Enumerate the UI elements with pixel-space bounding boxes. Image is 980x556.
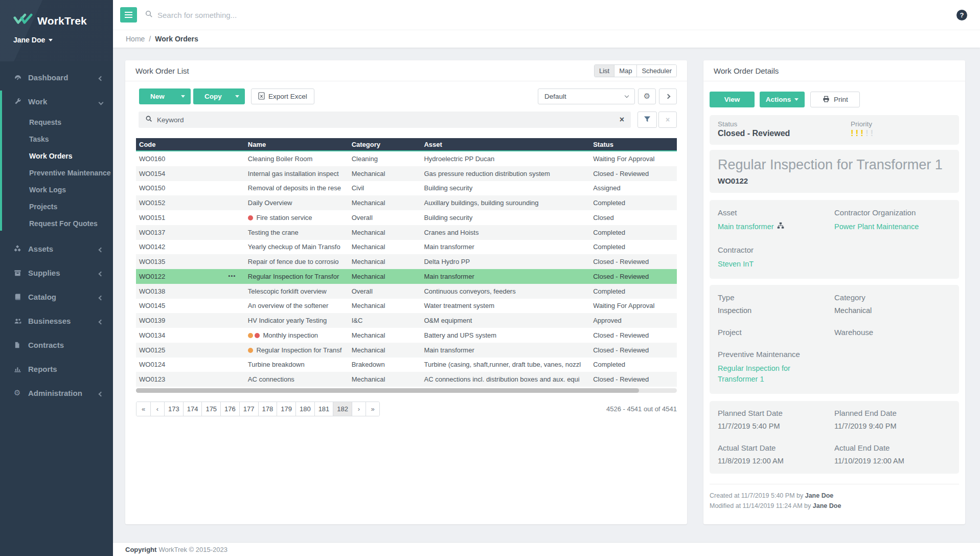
column-header-code[interactable]: Code bbox=[136, 141, 245, 148]
chevron-left-icon bbox=[99, 317, 103, 325]
clear-keyword-icon[interactable]: × bbox=[620, 116, 624, 124]
cell-status: Completed bbox=[590, 199, 677, 207]
table-row[interactable]: WO0134 Monthly inspectionMechanicalBatte… bbox=[136, 328, 677, 343]
sitemap-icon[interactable] bbox=[777, 221, 784, 232]
sidebar-item-dashboard[interactable]: Dashboard bbox=[0, 65, 113, 90]
sidebar-item-businesses[interactable]: Businesses bbox=[0, 309, 113, 333]
table-row[interactable]: WO0160Cleaning Boiler RoomCleaningHydroe… bbox=[136, 151, 677, 166]
footer: Copyright WorkTrek © 2015-2023 bbox=[113, 542, 980, 556]
contractor-link[interactable]: Steven InT bbox=[718, 259, 820, 270]
page-button[interactable]: 175 bbox=[201, 402, 220, 416]
pagination-prev[interactable]: ‹ bbox=[150, 402, 164, 416]
sidebar-item-catalog[interactable]: Catalog bbox=[0, 285, 113, 309]
table-row[interactable]: WO0125 Regular Inspection for TransfMech… bbox=[136, 343, 677, 358]
category-value: Mechanical bbox=[834, 306, 951, 315]
view-button[interactable]: View bbox=[710, 92, 755, 107]
sidebar-item-work-logs[interactable]: Work Logs bbox=[0, 181, 113, 198]
sidebar-item-contracts[interactable]: Contracts bbox=[0, 333, 113, 357]
page-button[interactable]: 179 bbox=[277, 402, 295, 416]
chevron-left-icon bbox=[99, 269, 103, 277]
cell-name: Internal gas installation inspect bbox=[245, 170, 349, 177]
help-icon[interactable]: ? bbox=[956, 10, 967, 20]
chevron-left-icon bbox=[99, 73, 103, 82]
chevron-left-icon bbox=[99, 244, 103, 253]
table-row[interactable]: WO0151 Fire station serviceOverallBuildi… bbox=[136, 210, 677, 225]
keyword-field[interactable]: × bbox=[139, 112, 631, 128]
cell-category: Mechanical bbox=[349, 273, 421, 280]
table-row[interactable]: WO0145An overview of the softenerMechani… bbox=[136, 299, 677, 314]
sidebar-item-administration[interactable]: ⚙Administration bbox=[0, 381, 113, 405]
pagination-next[interactable]: › bbox=[352, 402, 366, 416]
search-input[interactable] bbox=[157, 11, 956, 19]
table-row[interactable]: WO0150Removal of deposits in the reseCiv… bbox=[136, 181, 677, 196]
sidebar-item-tasks[interactable]: Tasks bbox=[0, 130, 113, 147]
table-row[interactable]: WO0137Testing the craneMechanicalCranes … bbox=[136, 225, 677, 240]
column-header-asset[interactable]: Asset bbox=[421, 141, 590, 148]
filter-icon bbox=[644, 116, 651, 124]
page-button[interactable]: 181 bbox=[314, 402, 333, 416]
contractor-org-link[interactable]: Power Plant Maintenance bbox=[834, 221, 937, 232]
collapse-panel-button[interactable] bbox=[659, 88, 677, 104]
copy-button[interactable]: Copy bbox=[193, 88, 245, 104]
page-button[interactable]: 182 bbox=[333, 402, 352, 416]
new-button[interactable]: New bbox=[139, 88, 191, 104]
asset-link[interactable]: Main transformer bbox=[718, 221, 820, 232]
sidebar-item-requests[interactable]: Requests bbox=[0, 114, 113, 130]
table-row[interactable]: WO0139HV Indicator yearly TestingI&CO&M … bbox=[136, 313, 677, 328]
user-menu[interactable]: Jane Doe bbox=[13, 36, 113, 44]
view-select[interactable]: Default bbox=[538, 88, 635, 104]
horizontal-scrollbar[interactable] bbox=[136, 388, 677, 393]
column-header-category[interactable]: Category bbox=[349, 141, 421, 148]
table-row[interactable]: WO0123AC connectionsMechanicalAC connect… bbox=[136, 372, 677, 387]
actions-button[interactable]: Actions bbox=[760, 92, 805, 107]
table-row[interactable]: WO0122⋯Regular Inspection for TransforMe… bbox=[136, 269, 677, 284]
view-toggle-scheduler[interactable]: Scheduler bbox=[636, 65, 676, 77]
cell-category: Mechanical bbox=[349, 346, 421, 354]
sidebar-item-work-orders[interactable]: Work Orders bbox=[0, 147, 113, 164]
table-row[interactable]: WO0142Yearly checkup of Main TransfoMech… bbox=[136, 240, 677, 255]
page-button[interactable]: 176 bbox=[220, 402, 239, 416]
cell-category: Brakedown bbox=[349, 361, 421, 368]
user-name: Jane Doe bbox=[13, 36, 45, 44]
keyword-input[interactable] bbox=[157, 116, 615, 124]
row-menu-icon[interactable]: ⋯ bbox=[228, 273, 236, 280]
sidebar-item-supplies[interactable]: Supplies bbox=[0, 261, 113, 285]
view-toggle-map[interactable]: Map bbox=[614, 65, 636, 77]
view-toggle-list[interactable]: List bbox=[595, 65, 614, 77]
clear-filters-button-disabled[interactable]: × bbox=[658, 112, 677, 128]
preventive-maintenance-link[interactable]: Regular Inspection for Transformer 1 bbox=[718, 363, 820, 385]
filter-button[interactable] bbox=[637, 112, 657, 128]
sidebar-item-preventive-maintenance[interactable]: Preventive Maintenance bbox=[0, 164, 113, 181]
sidebar-item-work[interactable]: Work bbox=[0, 90, 113, 114]
page-button[interactable]: 180 bbox=[295, 402, 314, 416]
status-value: Closed - Reviewed bbox=[718, 129, 851, 138]
pagination-first[interactable]: « bbox=[136, 402, 150, 416]
sidebar-item-projects[interactable]: Projects bbox=[0, 198, 113, 215]
cell-code: WO0151 bbox=[136, 214, 245, 221]
sidebar-item-reports[interactable]: Reports bbox=[0, 357, 113, 381]
sidebar-item-request-for-quotes[interactable]: Request For Quotes bbox=[0, 215, 113, 232]
page-button[interactable]: 178 bbox=[258, 402, 277, 416]
cell-code: WO0123 bbox=[136, 375, 245, 383]
export-excel-button[interactable]: Export Excel bbox=[251, 88, 314, 104]
column-header-status[interactable]: Status bbox=[590, 141, 677, 148]
table-row[interactable]: WO0154Internal gas installation inspectM… bbox=[136, 166, 677, 181]
contractor-field: Contractor Steven InT bbox=[718, 246, 834, 270]
page-button[interactable]: 177 bbox=[239, 402, 258, 416]
red-dot-icon bbox=[248, 215, 253, 220]
scrollbar-thumb[interactable] bbox=[136, 388, 639, 393]
breadcrumb: Home / Work Orders bbox=[113, 30, 980, 48]
print-button[interactable]: Print bbox=[810, 92, 860, 107]
sidebar-item-assets[interactable]: Assets bbox=[0, 237, 113, 261]
pagination-last[interactable]: » bbox=[366, 402, 379, 416]
table-row[interactable]: WO0135Repair of fence due to corrosioMec… bbox=[136, 254, 677, 269]
hamburger-menu-button[interactable] bbox=[120, 7, 137, 23]
breadcrumb-home[interactable]: Home bbox=[126, 35, 145, 43]
table-row[interactable]: WO0138Telescopic forklift overviewOveral… bbox=[136, 284, 677, 299]
table-row[interactable]: WO0124Turbine breakdownBrakedownTurbine … bbox=[136, 358, 677, 372]
settings-button[interactable]: ⚙ bbox=[638, 88, 656, 104]
page-button[interactable]: 173 bbox=[164, 402, 183, 416]
table-row[interactable]: WO0152Daily OverviewMechanicalAuxillary … bbox=[136, 195, 677, 210]
page-button[interactable]: 174 bbox=[183, 402, 202, 416]
column-header-name[interactable]: Name bbox=[245, 141, 349, 148]
